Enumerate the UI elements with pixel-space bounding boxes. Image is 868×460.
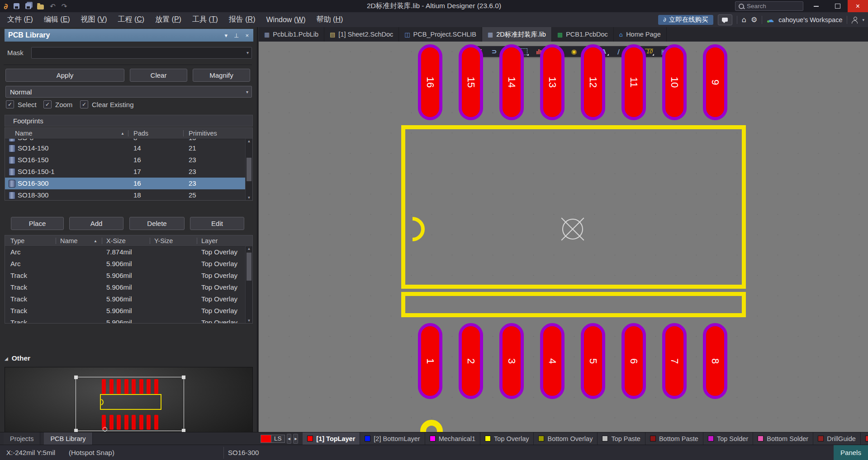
scroll-layers-left-icon[interactable]: ◄ xyxy=(287,434,292,444)
scroll-up-icon[interactable]: ▲ xyxy=(246,139,252,143)
pad-6[interactable]: 6 xyxy=(621,323,646,399)
column-header-y-size[interactable]: Y-Size xyxy=(154,237,173,244)
maximize-button[interactable] xyxy=(828,0,848,12)
pin-icon[interactable]: ⊥ xyxy=(234,32,239,39)
primitive-row[interactable]: Track5.906milTop Overlay xyxy=(5,282,247,293)
layer-tab-keep[interactable]: Keep xyxy=(861,432,868,445)
workspace-name[interactable]: cahoyue's Workspace xyxy=(778,16,842,23)
arc-tool-icon[interactable]: ⊃ xyxy=(489,47,499,56)
primitives-table-header[interactable]: TypeNameX-SizeY-SizeLayer▲ xyxy=(5,235,252,247)
home-icon[interactable]: ⌂ xyxy=(742,15,746,24)
minimize-button[interactable] xyxy=(806,0,826,12)
pad-13[interactable]: 13 xyxy=(540,44,564,120)
scroll-up-icon[interactable]: ▲ xyxy=(246,247,252,251)
column-header-type[interactable]: Type xyxy=(10,237,24,244)
pcb-editor-canvas[interactable]: T⊃+▦◉◎A/⊘10▣ 16151413121110912345678 xyxy=(259,42,868,432)
panel-tab-projects[interactable]: Projects xyxy=(4,432,40,445)
footprints-table-header[interactable]: NamePadsPrimitives▲ xyxy=(5,128,252,139)
document-tab[interactable]: ▤[1] Sheet2.SchDoc xyxy=(324,27,399,42)
silkscreen-strip-outline[interactable] xyxy=(401,292,746,317)
scroll-down-icon[interactable]: ▼ xyxy=(246,196,252,200)
buy-online-button[interactable]: ∂ 立即在线购买 xyxy=(658,15,713,25)
pad-7[interactable]: 7 xyxy=(662,323,687,399)
pad-2[interactable]: 2 xyxy=(459,323,483,399)
magnify-button[interactable]: Magnify xyxy=(193,69,250,82)
panel-menu-icon[interactable]: ▾ xyxy=(225,32,228,39)
layer-set-control[interactable]: LS xyxy=(261,434,285,444)
column-header-primitives[interactable]: Primitives xyxy=(189,130,217,137)
pad-1[interactable]: 1 xyxy=(418,323,442,399)
column-header-name[interactable]: Name xyxy=(15,130,33,137)
edit-button[interactable]: Edit xyxy=(190,217,244,230)
redo-icon[interactable]: ↷ xyxy=(62,2,67,10)
document-tab[interactable]: ▦PcbLib1.PcbLib xyxy=(259,27,324,42)
scrollbar-thumb[interactable] xyxy=(247,253,251,281)
footprint-row[interactable]: SO14-1501421 xyxy=(5,142,247,154)
pad-11[interactable]: 11 xyxy=(621,44,646,120)
document-tab[interactable]: ▩PCB1.PcbDoc xyxy=(552,27,614,42)
menu-item[interactable]: 工具 (T) xyxy=(187,15,223,24)
layer-tab-top-paste[interactable]: Top Paste xyxy=(598,432,645,445)
layer-tab-mechanical1[interactable]: Mechanical1 xyxy=(425,432,480,445)
menu-item[interactable]: 视图 (V) xyxy=(76,15,113,24)
checkbox-box[interactable]: ✓ xyxy=(80,100,88,108)
menu-item[interactable]: 编辑 (E) xyxy=(38,15,76,24)
other-section-header[interactable]: ◢ Other xyxy=(5,354,30,362)
checkbox-select[interactable]: ✓Select xyxy=(6,100,37,108)
layer-tab-bottom-paste[interactable]: Bottom Paste xyxy=(645,432,703,445)
user-dropdown-caret[interactable]: ▾ xyxy=(862,18,864,22)
pad-14[interactable]: 14 xyxy=(499,44,524,120)
checkbox-clear-existing[interactable]: ✓Clear Existing xyxy=(80,100,134,108)
checkbox-box[interactable]: ✓ xyxy=(43,100,52,108)
menu-item[interactable]: 文件 (F) xyxy=(2,15,38,24)
footprint-row[interactable]: SO16-3001623 xyxy=(5,178,247,189)
column-header-x-size[interactable]: X-Size xyxy=(106,237,126,244)
layer-tab-drillguide[interactable]: DrillGuide xyxy=(813,432,861,445)
save-icon[interactable] xyxy=(14,3,19,9)
scrollbar-thumb[interactable] xyxy=(247,158,251,181)
pad-tool-icon[interactable]: ◉ xyxy=(569,47,579,56)
comment-button[interactable] xyxy=(718,14,732,25)
apply-button[interactable]: Apply xyxy=(5,69,124,82)
undo-icon[interactable]: ↶ xyxy=(50,2,56,10)
chevron-down-icon[interactable]: ▾ xyxy=(247,50,249,55)
pad-12[interactable]: 12 xyxy=(581,44,605,120)
document-tab[interactable]: ◫PCB_Project.SCHLIB xyxy=(399,27,482,42)
search-input[interactable]: Search xyxy=(735,1,803,11)
panel-tab-pcb-library[interactable]: PCB Library xyxy=(44,432,92,445)
layer-tab-bottom-solder[interactable]: Bottom Solder xyxy=(753,432,813,445)
panel-close-icon[interactable]: × xyxy=(245,32,249,39)
footprint-row[interactable]: SO-8815 xyxy=(5,139,247,142)
footprint-row[interactable]: SO18-3001825 xyxy=(5,189,247,201)
layer-tab--1-toplayer[interactable]: [1] TopLayer xyxy=(303,432,360,445)
pad-15[interactable]: 15 xyxy=(459,44,483,120)
panel-header[interactable]: PCB Library ▾ ⊥ × xyxy=(5,29,253,42)
primitive-row[interactable]: Track5.906milTop Overlay xyxy=(5,270,247,282)
mask-input[interactable]: ▾ xyxy=(31,47,252,59)
column-header-pads[interactable]: Pads xyxy=(133,130,148,137)
layer-set-label[interactable]: LS xyxy=(271,435,285,443)
pad-16[interactable]: 16 xyxy=(418,44,442,120)
column-header-name[interactable]: Name xyxy=(60,237,78,244)
checkbox-box[interactable]: ✓ xyxy=(6,100,14,108)
layer-tab-top-overlay[interactable]: Top Overlay xyxy=(480,432,534,445)
close-button[interactable]: × xyxy=(848,0,868,12)
pin1-marker-donut[interactable] xyxy=(420,420,443,432)
scroll-down-icon[interactable]: ▼ xyxy=(246,319,252,323)
primitive-row[interactable]: Track5.906milTop Overlay xyxy=(5,317,247,323)
menu-item[interactable]: 放置 (P) xyxy=(150,15,187,24)
primitive-row[interactable]: Track5.906milTop Overlay xyxy=(5,305,247,317)
primitive-row[interactable]: Arc5.906milTop Overlay xyxy=(5,258,247,270)
collapse-icon[interactable]: ◢ xyxy=(5,356,8,361)
primitive-row[interactable]: Track5.906milTop Overlay xyxy=(5,293,247,305)
save-all-icon[interactable] xyxy=(25,3,31,9)
menu-item[interactable]: 帮助 (H) xyxy=(311,15,349,24)
pad-4[interactable]: 4 xyxy=(540,323,564,399)
add-button[interactable]: Add xyxy=(69,217,123,230)
pad-5[interactable]: 5 xyxy=(581,323,605,399)
scroll-layers-right-icon[interactable]: ► xyxy=(293,434,298,444)
layer-tab-bottom-overlay[interactable]: Bottom Overlay xyxy=(534,432,598,445)
footprints-scrollbar[interactable]: ▲ ▼ xyxy=(245,139,252,200)
pad-8[interactable]: 8 xyxy=(703,323,727,399)
footprint-row[interactable]: SO16-1501623 xyxy=(5,154,247,166)
